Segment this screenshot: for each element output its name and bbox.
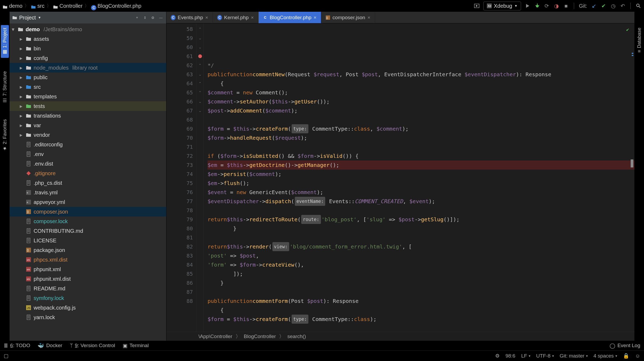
encoding[interactable]: UTF-8 ▾ — [536, 353, 554, 359]
close-icon[interactable]: ✕ — [313, 15, 317, 20]
profile-icon[interactable]: ◑ — [554, 3, 559, 9]
code-line[interactable]: $form = $this->createForm(type: CommentT… — [208, 315, 634, 324]
expand-arrow-icon[interactable]: ▸ — [20, 82, 23, 92]
tree-item[interactable]: ▸translations — [10, 111, 166, 121]
tree-item[interactable]: ▸var — [10, 121, 166, 130]
sidebar-tab-favorites[interactable]: ★2: Favorites — [1, 117, 9, 154]
code-line[interactable] — [208, 287, 634, 296]
breadcrumb-item[interactable]: src — [31, 3, 45, 9]
code-line[interactable] — [208, 115, 634, 124]
commit-icon[interactable]: ✔ — [601, 3, 606, 9]
tree-item[interactable]: .env — [10, 149, 166, 159]
code-line[interactable] — [208, 142, 634, 151]
code-line[interactable]: $eventDispatcher->dispatch(eventName: Ev… — [208, 197, 634, 206]
tree-item[interactable]: composer.lock — [10, 216, 166, 226]
expand-arrow-icon[interactable]: ▸ — [20, 53, 23, 63]
tree-item[interactable]: .gitignore — [10, 169, 166, 178]
coverage-icon[interactable]: ⟳ — [544, 3, 550, 9]
search-icon[interactable] — [635, 3, 641, 9]
expand-arrow-icon[interactable]: ▸ — [20, 111, 23, 121]
tree-item[interactable]: ▸public — [10, 73, 166, 82]
run-config-selector[interactable]: Xd Xdebug ▼ — [483, 2, 521, 10]
code-line[interactable]: { — [208, 79, 634, 88]
stop-icon[interactable]: ■ — [563, 3, 569, 9]
tree-item[interactable]: ▸node_moduleslibrary root — [10, 63, 166, 73]
expand-arrow-icon[interactable]: ▾ — [12, 25, 15, 34]
code-line[interactable]: $em = $this->getDoctrine()->getManager()… — [208, 161, 634, 170]
breakpoint-icon[interactable] — [198, 54, 202, 58]
code-line[interactable]: return $this->redirectToRoute(route: 'bl… — [208, 215, 634, 224]
code-line[interactable]: ]); — [208, 269, 634, 278]
editor-tab[interactable]: CKernel.php✕ — [213, 12, 259, 23]
locate-icon[interactable]: ⌖ — [134, 15, 140, 20]
breadcrumb-item[interactable]: CBlogController.php — [91, 3, 141, 9]
tree-item[interactable]: ≡appveyor.yml — [10, 197, 166, 207]
expand-arrow-icon[interactable]: ▸ — [20, 101, 23, 111]
tree-item[interactable]: symfony.lock — [10, 293, 166, 303]
code-line[interactable]: { — [208, 306, 634, 315]
tree-item[interactable]: ▸assets — [10, 34, 166, 44]
tree-item[interactable]: ▸config — [10, 53, 166, 63]
collapse-icon[interactable]: ⇕ — [142, 15, 148, 20]
tree-item[interactable]: .php_cs.dist — [10, 178, 166, 188]
editor-crumb-item[interactable]: \App\Controller — [198, 334, 232, 339]
tree-item[interactable]: CONTRIBUTING.md — [10, 226, 166, 236]
bg-tasks-icon[interactable]: ⚙ — [495, 353, 500, 359]
tool-versioncontrol[interactable]: ᛘ9: Version Control — [70, 343, 115, 349]
tree-item[interactable]: {}package.json — [10, 245, 166, 255]
expand-arrow-icon[interactable]: ▸ — [20, 121, 23, 130]
editor-crumb-item[interactable]: search() — [287, 334, 306, 339]
tree-item[interactable]: LICENSE — [10, 236, 166, 245]
update-icon[interactable]: ↙ — [591, 3, 597, 9]
scrollbar-marks[interactable] — [629, 23, 634, 332]
editor-breadcrumb[interactable]: \App\Controller〉BlogController〉search() — [166, 332, 634, 341]
tool-docker[interactable]: 🐳Docker — [38, 343, 62, 349]
code-line[interactable] — [208, 206, 634, 215]
hide-icon[interactable]: — — [158, 15, 164, 20]
indent[interactable]: 4 spaces ▾ — [594, 353, 617, 359]
tree-item[interactable]: ▸src — [10, 82, 166, 92]
tree-item[interactable]: yarn.lock — [10, 312, 166, 322]
tree-item[interactable]: .editorconfig — [10, 140, 166, 149]
code-line[interactable]: $post->addComment($comment); — [208, 106, 634, 115]
code-line[interactable]: } — [208, 224, 634, 233]
editor-tab[interactable]: {}composer.json✕ — [321, 12, 375, 23]
tool-windows-icon[interactable]: ▢ — [4, 353, 9, 359]
revert-icon[interactable]: ↶ — [620, 3, 626, 9]
editor-crumb-item[interactable]: BlogController — [244, 334, 276, 339]
caret-position[interactable]: 98:6 — [506, 353, 515, 359]
code-line[interactable]: return $this->render(view: 'blog/comment… — [208, 242, 634, 251]
tree-item[interactable]: ▸vendor — [10, 130, 166, 140]
code-editor[interactable]: ✔ */ public function commentNew(Request … — [204, 23, 634, 332]
editor-tab[interactable]: CEvents.php✕ — [166, 12, 213, 23]
expand-arrow-icon[interactable]: ▸ — [20, 44, 23, 53]
close-icon[interactable]: ✕ — [251, 15, 254, 20]
gear-icon[interactable]: ⚙ — [150, 15, 156, 20]
tree-item[interactable]: .env.dist — [10, 159, 166, 169]
editor-tab[interactable]: CBlogController.php✕ — [259, 12, 321, 23]
expand-arrow-icon[interactable]: ▸ — [20, 130, 23, 140]
code-line[interactable]: 'post' => $post, — [208, 251, 634, 260]
tree-item[interactable]: xmphpunit.xml.dist — [10, 274, 166, 284]
code-line[interactable]: */ — [208, 61, 634, 70]
breadcrumb-item[interactable]: demo — [3, 3, 22, 9]
expand-arrow-icon[interactable]: ▸ — [20, 92, 23, 101]
code-line[interactable]: public function commentNew(Request $requ… — [208, 70, 634, 79]
inspections-ok-icon[interactable]: ✔ — [626, 25, 629, 34]
code-line[interactable]: $event = new GenericEvent($comment); — [208, 188, 634, 197]
lock-icon[interactable]: 🔒 — [623, 353, 629, 359]
expand-arrow-icon[interactable]: ▸ — [20, 73, 23, 82]
tree-item[interactable]: ≡.travis.yml — [10, 188, 166, 197]
breadcrumb-item[interactable]: Controller — [53, 3, 83, 9]
expand-arrow-icon[interactable]: ▸ — [20, 63, 23, 73]
tree-item[interactable]: ▾demo/JetBrains/demo — [10, 25, 166, 34]
line-gutter[interactable]: 5859606162636465666768697071727374757677… — [166, 23, 196, 332]
chevron-down-icon[interactable]: ▼ — [38, 16, 41, 19]
code-line[interactable]: } — [208, 278, 634, 287]
code-line[interactable]: if ($form->isSubmitted() && $form->isVal… — [208, 151, 634, 161]
git-branch[interactable]: Git: master ▾ — [560, 353, 588, 359]
line-separator[interactable]: LF ▾ — [521, 353, 530, 359]
inspector-icon[interactable]: ☺ — [635, 353, 640, 359]
code-line[interactable]: $em->persist($comment); — [208, 170, 634, 179]
tree-item[interactable]: {}composer.json — [10, 207, 166, 216]
